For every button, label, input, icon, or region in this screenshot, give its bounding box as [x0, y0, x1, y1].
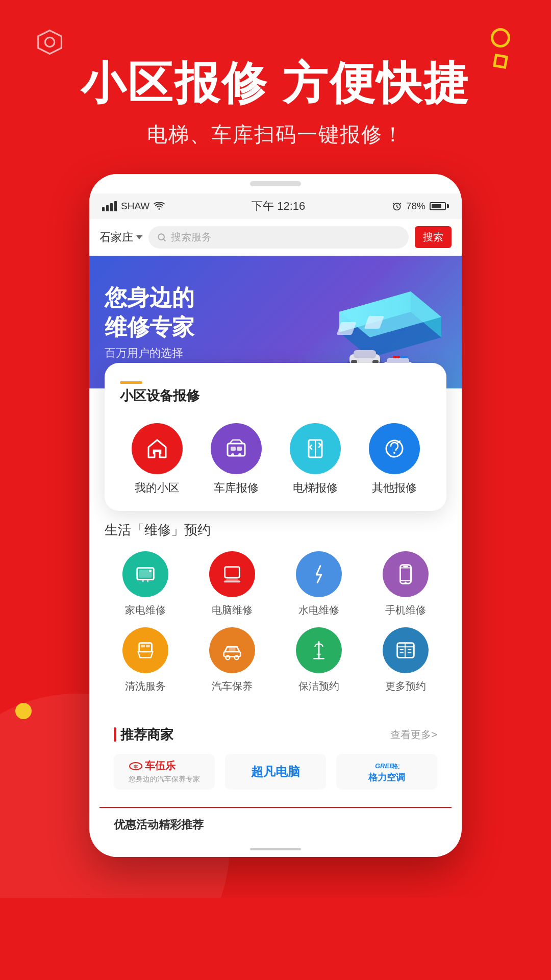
status-right: 78% — [392, 201, 449, 212]
housekeeping-item[interactable]: 保洁预约 — [278, 627, 360, 693]
svg-point-27 — [231, 453, 234, 456]
deco-hex — [36, 28, 64, 61]
car-maintenance-icon — [209, 627, 255, 673]
svg-rect-21 — [393, 356, 400, 358]
status-left: SHAW — [102, 201, 165, 212]
my-community-item[interactable]: 我的小区 — [120, 423, 194, 496]
other-repair-icon — [369, 423, 420, 474]
housekeeping-label: 保洁预约 — [298, 679, 339, 693]
banner-sub-text: 百万用户的选择 — [105, 346, 194, 361]
status-bar: SHAW 下午 12:16 — [89, 193, 462, 219]
search-box[interactable]: 搜索服务 — [148, 226, 409, 249]
svg-rect-45 — [146, 645, 150, 647]
water-electric-icon — [296, 551, 342, 597]
other-repair-item[interactable]: 其他报修 — [357, 423, 431, 496]
gree-logo[interactable]: GREE 格力 格力空调 — [336, 754, 437, 790]
chevron-down-icon — [136, 235, 142, 239]
garage-repair-label: 车库报修 — [214, 480, 259, 496]
merchants-title: 推荐商家 — [114, 726, 173, 744]
status-time: 下午 12:16 — [252, 199, 305, 214]
cleaning-label: 清洗服务 — [125, 679, 166, 693]
che16le-subtitle: 您身边的汽车保养专家 — [129, 775, 200, 784]
svg-rect-43 — [139, 643, 152, 651]
svg-rect-37 — [224, 580, 241, 582]
community-repair-card: 小区设备报修 我的小区 — [105, 363, 446, 511]
garage-repair-item[interactable]: 车库报修 — [199, 423, 273, 496]
my-community-label: 我的小区 — [135, 480, 180, 496]
more-booking-item[interactable]: 更多预约 — [365, 627, 446, 693]
svg-rect-44 — [141, 645, 145, 647]
chaofan-logo[interactable]: 超凡电脑 — [225, 754, 326, 790]
bottom-hint-title: 优惠活动精彩推荐 — [114, 817, 437, 832]
merchants-more[interactable]: 查看更多> — [390, 728, 437, 742]
speaker — [250, 181, 301, 186]
carrier-label: SHAW — [121, 201, 149, 212]
car-maintenance-label: 汽车保养 — [212, 679, 253, 693]
svg-rect-13 — [354, 350, 376, 358]
svg-marker-0 — [38, 31, 62, 54]
svg-rect-22 — [400, 356, 408, 358]
appliance-icon — [122, 551, 168, 597]
svg-point-1 — [45, 37, 54, 46]
my-community-icon — [132, 423, 183, 474]
search-button[interactable]: 搜索 — [415, 226, 452, 248]
svg-rect-36 — [225, 567, 240, 577]
cleaning-item[interactable]: 清洗服务 — [105, 627, 186, 693]
elevator-repair-label: 电梯报修 — [293, 480, 338, 496]
gree-name: GREE 格力 格力空调 — [368, 760, 405, 783]
svg-rect-42 — [403, 566, 408, 567]
merchants-logos: 车 车伍乐 您身边的汽车保养专家 超凡电脑 — [114, 754, 437, 790]
svg-text:格力: 格力 — [392, 763, 399, 769]
home-indicator — [250, 848, 301, 850]
phone-repair-item[interactable]: 手机维修 — [365, 551, 446, 617]
computer-label: 电脑维修 — [212, 603, 253, 617]
banner-text: 您身边的维修专家 百万用户的选择 — [105, 283, 194, 360]
deco-top-right — [491, 28, 510, 68]
che16le-name: 车 车伍乐 — [129, 759, 200, 773]
battery-percent: 78% — [406, 201, 425, 212]
svg-point-41 — [405, 581, 407, 583]
phone-repair-label: 手机维修 — [385, 603, 426, 617]
hero-subtitle: 电梯、车库扫码一键报修！ — [31, 120, 520, 149]
wifi-icon — [154, 202, 165, 210]
svg-text:车: 车 — [134, 764, 138, 769]
svg-point-32 — [393, 452, 395, 454]
yellow-ring-deco — [491, 28, 510, 47]
computer-icon — [209, 551, 255, 597]
city-selector[interactable]: 石家庄 — [99, 230, 142, 245]
alarm-icon — [392, 201, 402, 211]
community-repair-grid: 我的小区 — [120, 423, 431, 496]
svg-rect-24 — [228, 444, 245, 456]
gree-subtitle: 格力空调 — [368, 771, 405, 783]
yellow-square-deco — [493, 54, 508, 69]
che16le-logo[interactable]: 车 车伍乐 您身边的汽车保养专家 — [114, 754, 215, 790]
appliance-item[interactable]: 家电维修 — [105, 551, 186, 617]
hero-title: 小区报修 方便快捷 — [31, 56, 520, 110]
water-electric-item[interactable]: 水电维修 — [278, 551, 360, 617]
phone-mockup: SHAW 下午 12:16 — [89, 174, 462, 857]
more-booking-icon — [383, 627, 429, 673]
computer-item[interactable]: 电脑维修 — [191, 551, 273, 617]
svg-point-48 — [235, 655, 239, 659]
banner-main-text: 您身边的维修专家 — [105, 283, 194, 341]
other-repair-label: 其他报修 — [372, 480, 417, 496]
battery-icon — [430, 202, 449, 210]
phone-bottom-bar — [89, 842, 462, 857]
svg-point-47 — [226, 655, 230, 659]
bottom-hint: 优惠活动精彩推荐 — [99, 807, 452, 842]
life-repair-title: 生活「维修」预约 — [105, 521, 446, 539]
car-maintenance-item[interactable]: 汽车保养 — [191, 627, 273, 693]
city-name: 石家庄 — [99, 230, 133, 245]
svg-point-28 — [238, 453, 241, 456]
phone-repair-icon — [383, 551, 429, 597]
app-container: 小区报修 方便快捷 电梯、车库扫码一键报修！ — [0, 0, 551, 980]
community-repair-title: 小区设备报修 — [120, 387, 431, 405]
housekeeping-icon — [296, 627, 342, 673]
appliance-label: 家电维修 — [125, 603, 166, 617]
more-booking-label: 更多预约 — [385, 679, 426, 693]
hero-section: 小区报修 方便快捷 电梯、车库扫码一键报修！ — [0, 0, 551, 898]
signal-bars — [102, 201, 117, 211]
elevator-repair-item[interactable]: 电梯报修 — [278, 423, 352, 496]
cleaning-icon — [122, 627, 168, 673]
bottom-red-padding — [31, 857, 520, 898]
